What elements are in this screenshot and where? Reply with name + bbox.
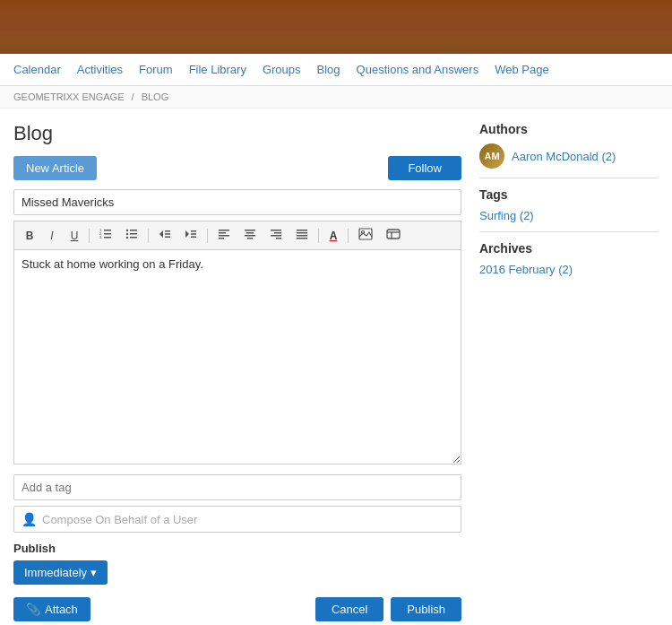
attach-label: Attach <box>45 603 78 616</box>
archive-2016-feb-link[interactable]: 2016 February (2) <box>479 263 659 276</box>
svg-rect-19 <box>191 237 196 239</box>
svg-rect-24 <box>245 230 255 231</box>
svg-rect-21 <box>219 232 226 234</box>
publish-section: Publish Immediately ▾ <box>13 542 461 585</box>
archives-title: Archives <box>479 241 659 256</box>
author-avatar: AM <box>479 143 504 169</box>
top-navigation: Calendar Activities Forum File Library G… <box>0 54 672 86</box>
article-title-input[interactable] <box>13 189 461 215</box>
svg-rect-23 <box>219 238 224 239</box>
author-item: AM Aaron McDonald (2) <box>479 143 659 169</box>
svg-rect-2 <box>104 237 111 239</box>
nav-webpage[interactable]: Web Page <box>495 63 548 76</box>
toolbar-link[interactable] <box>381 225 406 246</box>
svg-rect-38 <box>387 230 400 239</box>
svg-point-11 <box>126 237 128 239</box>
svg-point-10 <box>126 233 128 235</box>
svg-rect-13 <box>165 230 170 232</box>
svg-rect-34 <box>297 235 307 237</box>
toolbar-divider-1 <box>89 229 90 243</box>
svg-rect-29 <box>274 232 281 234</box>
toolbar-align-right[interactable] <box>264 225 288 246</box>
hero-image <box>0 0 672 54</box>
svg-rect-8 <box>130 237 137 239</box>
toolbar-image[interactable] <box>353 225 378 246</box>
attach-icon: 📎 <box>26 603 40 616</box>
sidebar-divider-1 <box>479 178 659 178</box>
editor-wrapper: Stuck at home working on a Friday. <box>13 249 461 467</box>
attach-button[interactable]: 📎 Attach <box>13 597 90 621</box>
content-area: Blog New Article Follow B I U 1.2.3. <box>13 122 461 621</box>
publish-immediately-button[interactable]: Immediately ▾ <box>13 560 108 585</box>
svg-point-9 <box>126 230 128 231</box>
toolbar-bold[interactable]: B <box>20 227 39 245</box>
breadcrumb: GEOMETRIXX ENGAGE / BLOG <box>0 86 672 109</box>
nav-groups[interactable]: Groups <box>263 63 301 76</box>
svg-rect-15 <box>165 237 170 239</box>
bottom-actions: 📎 Attach Cancel Publish <box>13 597 461 621</box>
compose-behalf-field[interactable]: 👤 Compose On Behalf of a User <box>13 506 461 533</box>
breadcrumb-separator: / <box>132 91 134 102</box>
tag-input[interactable] <box>13 474 461 500</box>
nav-forum[interactable]: Forum <box>139 63 173 76</box>
author-link[interactable]: Aaron McDonald (2) <box>512 150 616 163</box>
toolbar-indent[interactable] <box>179 225 202 246</box>
svg-rect-35 <box>297 238 307 239</box>
svg-rect-20 <box>219 230 229 231</box>
publish-button[interactable]: Publish <box>391 597 461 621</box>
tag-surfing-link[interactable]: Surfing (2) <box>479 209 659 222</box>
compose-behalf-icon: 👤 <box>22 512 37 526</box>
main-container: Blog New Article Follow B I U 1.2.3. <box>0 109 672 625</box>
nav-file-library[interactable]: File Library <box>189 63 246 76</box>
nav-activities[interactable]: Activities <box>77 63 123 76</box>
toolbar-divider-5 <box>348 229 349 243</box>
sidebar-divider-2 <box>479 231 659 232</box>
toolbar-divider-2 <box>148 229 149 243</box>
toolbar-ordered-list[interactable]: 1.2.3. <box>94 225 117 246</box>
svg-rect-33 <box>297 232 307 234</box>
toolbar-align-center[interactable] <box>238 225 262 246</box>
svg-rect-26 <box>245 235 255 237</box>
toolbar-justify[interactable] <box>290 225 314 246</box>
svg-rect-18 <box>191 233 196 235</box>
svg-rect-31 <box>276 238 281 239</box>
toolbar-divider-3 <box>207 229 208 243</box>
sidebar: Authors AM Aaron McDonald (2) Tags Surfi… <box>479 122 659 621</box>
authors-title: Authors <box>479 122 659 136</box>
toolbar-underline[interactable]: U <box>65 227 84 245</box>
svg-rect-30 <box>271 235 281 237</box>
svg-rect-28 <box>271 230 281 231</box>
publish-immediately-label: Immediately <box>24 566 87 579</box>
tags-title: Tags <box>479 187 659 202</box>
toolbar-font-color[interactable]: A <box>323 227 343 245</box>
toolbar-outdent[interactable] <box>153 225 177 246</box>
svg-rect-25 <box>246 232 254 234</box>
page-title: Blog <box>13 122 461 145</box>
editor-toolbar: B I U 1.2.3. <box>13 221 461 249</box>
svg-rect-6 <box>130 230 137 231</box>
nav-calendar[interactable]: Calendar <box>13 63 61 76</box>
publish-dropdown-arrow: ▾ <box>90 566 97 579</box>
svg-rect-32 <box>297 230 307 231</box>
breadcrumb-site: GEOMETRIXX ENGAGE <box>13 91 124 102</box>
editor-textarea[interactable]: Stuck at home working on a Friday. <box>13 249 461 464</box>
svg-rect-0 <box>104 230 111 231</box>
svg-rect-1 <box>104 233 111 235</box>
toolbar-unordered-list[interactable] <box>120 225 143 246</box>
toolbar-divider-4 <box>318 229 319 243</box>
svg-marker-16 <box>185 230 189 238</box>
breadcrumb-page: BLOG <box>142 91 169 102</box>
svg-marker-12 <box>159 230 163 238</box>
svg-rect-7 <box>130 233 137 235</box>
nav-blog[interactable]: Blog <box>317 63 340 76</box>
new-article-button[interactable]: New Article <box>13 156 97 180</box>
svg-rect-14 <box>165 233 170 235</box>
bottom-right-buttons: Cancel Publish <box>315 597 461 621</box>
follow-button[interactable]: Follow <box>388 156 461 180</box>
toolbar-align-left[interactable] <box>212 225 236 246</box>
svg-text:3.: 3. <box>99 235 102 239</box>
cancel-button[interactable]: Cancel <box>315 597 383 621</box>
svg-rect-27 <box>247 238 253 239</box>
toolbar-italic[interactable]: I <box>42 227 62 245</box>
nav-qa[interactable]: Questions and Answers <box>357 63 479 76</box>
